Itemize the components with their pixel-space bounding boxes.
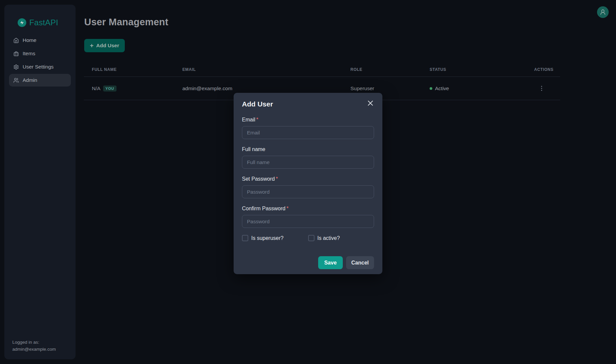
- table-header-row: FULL NAME EMAIL ROLE STATUS ACTIONS: [84, 65, 560, 77]
- page-title: User Management: [84, 17, 168, 28]
- logo: FastAPI: [18, 18, 58, 27]
- sidebar-item-label: Home: [23, 37, 36, 43]
- logo-text: FastAPI: [29, 18, 58, 27]
- add-user-modal: Add User Email* Full name Set Password* …: [234, 93, 382, 274]
- checkbox-row: Is superuser? Is active?: [242, 235, 374, 241]
- required-asterisk: *: [276, 176, 278, 182]
- modal-title: Add User: [242, 99, 273, 108]
- full-name-value: N/A: [92, 86, 101, 91]
- user-menu-button[interactable]: [597, 6, 609, 18]
- column-header-role: ROLE: [350, 67, 430, 72]
- sidebar: FastAPI Home Items User Settings Admin: [4, 5, 76, 359]
- set-password-field-group: Set Password*: [242, 176, 374, 198]
- email-label: Email*: [242, 116, 374, 123]
- status-label: Active: [435, 86, 449, 91]
- logged-in-label: Logged in as:: [12, 339, 56, 346]
- sidebar-item-admin[interactable]: Admin: [9, 74, 71, 87]
- is-active-label: Is active?: [317, 235, 340, 241]
- set-password-field[interactable]: [242, 185, 374, 198]
- you-badge: YOU: [103, 86, 116, 91]
- cell-email: admin@example.com: [182, 86, 350, 91]
- checkbox-icon: [308, 235, 314, 241]
- cell-actions: [534, 85, 560, 92]
- cancel-button[interactable]: Cancel: [346, 256, 374, 269]
- user-icon: [600, 9, 606, 15]
- column-header-email: EMAIL: [182, 67, 350, 72]
- status-dot: [430, 87, 432, 90]
- add-user-button[interactable]: + Add User: [84, 39, 125, 52]
- checkbox-icon: [242, 235, 248, 241]
- sidebar-nav: Home Items User Settings Admin: [4, 34, 76, 87]
- sidebar-item-label: Items: [23, 51, 35, 57]
- cell-status: Active: [430, 86, 534, 91]
- dots-vertical-icon: [541, 86, 542, 87]
- confirm-password-field-group: Confirm Password*: [242, 205, 374, 228]
- briefcase-icon: [13, 51, 19, 57]
- set-password-label: Set Password*: [242, 176, 374, 182]
- plus-icon: +: [90, 42, 94, 49]
- users-icon: [13, 78, 19, 83]
- close-icon: [367, 100, 373, 106]
- email-field[interactable]: [242, 126, 374, 139]
- is-superuser-checkbox[interactable]: Is superuser?: [242, 235, 308, 241]
- fastapi-bolt-icon: [18, 18, 26, 27]
- column-header-status: STATUS: [430, 67, 534, 72]
- app-root: { "colors": { "brand": "#0b8174", "accen…: [0, 0, 616, 364]
- save-button[interactable]: Save: [318, 256, 342, 269]
- sidebar-item-label: Admin: [23, 77, 37, 83]
- full-name-field[interactable]: [242, 156, 374, 169]
- cell-full-name: N/A YOU: [92, 86, 182, 91]
- full-name-label: Full name: [242, 146, 374, 153]
- sidebar-item-user-settings[interactable]: User Settings: [9, 61, 71, 73]
- confirm-password-field[interactable]: [242, 215, 374, 228]
- column-header-full-name: FULL NAME: [92, 67, 182, 72]
- is-superuser-label: Is superuser?: [251, 235, 284, 241]
- logged-in-email: admin@example.com: [12, 346, 56, 353]
- sidebar-item-home[interactable]: Home: [9, 34, 71, 47]
- required-asterisk: *: [256, 117, 258, 122]
- add-user-label: Add User: [96, 43, 119, 49]
- full-name-field-group: Full name: [242, 146, 374, 169]
- is-active-checkbox[interactable]: Is active?: [308, 235, 374, 241]
- close-button[interactable]: [367, 100, 373, 106]
- row-actions-button[interactable]: [540, 85, 543, 92]
- modal-actions: Save Cancel: [242, 256, 374, 269]
- cell-role: Superuser: [350, 86, 430, 91]
- required-asterisk: *: [287, 206, 289, 211]
- column-header-actions: ACTIONS: [534, 67, 560, 72]
- modal-header: Add User: [242, 99, 374, 108]
- sidebar-item-label: User Settings: [23, 64, 54, 70]
- confirm-password-label: Confirm Password*: [242, 205, 374, 212]
- sidebar-item-items[interactable]: Items: [9, 47, 71, 60]
- home-icon: [13, 38, 19, 43]
- logged-in-info: Logged in as: admin@example.com: [12, 339, 56, 353]
- gear-icon: [13, 64, 19, 70]
- email-field-group: Email*: [242, 116, 374, 139]
